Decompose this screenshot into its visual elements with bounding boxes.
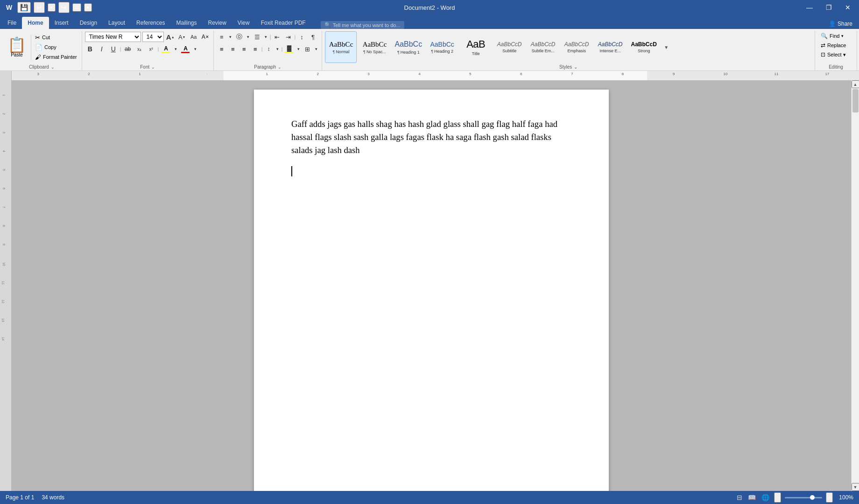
- font-color-button[interactable]: A: [180, 45, 191, 53]
- underline-button[interactable]: U: [108, 44, 119, 54]
- shading-dropdown[interactable]: ▾: [296, 44, 301, 54]
- justify-button[interactable]: ≡: [250, 45, 261, 53]
- subscript-button[interactable]: x₂: [134, 44, 145, 54]
- strikethrough-button[interactable]: ab: [123, 44, 133, 54]
- style-no-spacing[interactable]: AaBbCc ¶ No Spac...: [359, 31, 390, 63]
- align-left-button[interactable]: ≡: [217, 45, 227, 53]
- more-quick-access[interactable]: ▾: [84, 3, 92, 12]
- style-normal[interactable]: AaBbCc ¶ Normal: [325, 31, 357, 63]
- zoom-thumb[interactable]: [810, 495, 815, 500]
- paste-button[interactable]: 📋 Paste: [5, 35, 29, 59]
- style-heading2[interactable]: AaBbCc ¶ Heading 2: [426, 31, 458, 63]
- increase-indent-button[interactable]: ⇥: [283, 32, 294, 42]
- shading-button[interactable]: ▓: [283, 45, 295, 53]
- align-right-button[interactable]: ≡: [239, 45, 249, 53]
- numbering-button[interactable]: ⓪: [234, 32, 245, 42]
- bold-button[interactable]: B: [85, 44, 95, 54]
- find-button[interactable]: 🔍 Find ▾: [818, 32, 846, 40]
- print-layout-icon[interactable]: ⊟: [736, 493, 743, 502]
- ribbon-search: 🔍 Tell me what you want to do...: [321, 21, 404, 29]
- decrease-indent-button[interactable]: ⇤: [272, 32, 282, 42]
- search-hint[interactable]: Tell me what you want to do...: [333, 22, 401, 28]
- sort-button[interactable]: ↕: [296, 32, 307, 42]
- zoom-out-button[interactable]: −: [774, 492, 781, 503]
- style-subtitle[interactable]: AaBbCcD Subtitle: [493, 31, 525, 63]
- paragraph-row1: ≡ ▾ ⓪ ▾ ☰ ▾ | ⇤ ⇥ | ↕ ¶: [217, 32, 318, 42]
- web-layout-icon[interactable]: 🌐: [760, 493, 770, 502]
- tab-foxit[interactable]: Foxit Reader PDF: [255, 17, 311, 29]
- undo-dropdown[interactable]: ▾: [48, 3, 56, 12]
- style-title[interactable]: AaB Title: [460, 31, 492, 63]
- show-hide-button[interactable]: ¶: [308, 32, 318, 42]
- tab-design[interactable]: Design: [74, 17, 103, 29]
- styles-scroll-down[interactable]: ▼: [662, 31, 670, 63]
- italic-button[interactable]: I: [97, 44, 107, 54]
- scroll-down-button[interactable]: ▼: [852, 483, 859, 491]
- style-intense-em[interactable]: AaBbCcD Intense E...: [594, 31, 626, 63]
- read-mode-icon[interactable]: 📖: [747, 493, 757, 502]
- borders-dropdown[interactable]: ▾: [313, 44, 319, 54]
- paragraph-expand[interactable]: ⌄: [278, 65, 282, 70]
- styles-expand[interactable]: ⌄: [574, 64, 577, 70]
- replace-button[interactable]: ⇄ Replace: [818, 41, 849, 49]
- tab-home[interactable]: Home: [22, 17, 49, 29]
- undo-button[interactable]: ↩: [34, 2, 45, 13]
- multilevel-button[interactable]: ☰: [252, 32, 262, 42]
- title-bar-left: W 💾 ↩ ▾ ↪ Ω ▾: [4, 2, 92, 13]
- find-dropdown: ▾: [841, 34, 844, 38]
- style-subtitle-label: Subtitle: [502, 49, 516, 53]
- align-center-button[interactable]: ≡: [228, 45, 238, 53]
- save-button[interactable]: 💾: [17, 2, 31, 13]
- style-subtle-em[interactable]: AaBbCcD Subtle Em...: [527, 31, 559, 63]
- styles-content: AaBbCc ¶ Normal AaBbCc ¶ No Spac... AaBb…: [325, 31, 812, 63]
- app-logo: W: [4, 3, 14, 12]
- restore-button[interactable]: ❐: [821, 2, 837, 13]
- scroll-up-button[interactable]: ▲: [852, 80, 859, 88]
- close-button[interactable]: ✕: [840, 2, 855, 13]
- format-painter-button[interactable]: 🖌 Format Painter: [33, 53, 79, 62]
- clipboard-expand[interactable]: ⌄: [51, 65, 55, 70]
- minimize-button[interactable]: —: [802, 2, 817, 13]
- ruler-main: 3 2 1 · 1 2 3 4 5 6 7 8 9 10 11 17: [12, 71, 859, 80]
- bullets-dropdown[interactable]: ▾: [228, 32, 233, 42]
- text-highlight-button[interactable]: A: [160, 45, 171, 53]
- share-button[interactable]: 👤 Share: [824, 19, 857, 29]
- bullets-button[interactable]: ≡: [217, 32, 227, 42]
- document-page[interactable]: Gaff adds jags gas halls shag has hash g…: [254, 90, 609, 491]
- format-painter-icon: 🖌: [35, 54, 41, 61]
- tab-mailings[interactable]: Mailings: [170, 17, 202, 29]
- font-name-select[interactable]: Times New R: [85, 32, 141, 42]
- style-emphasis[interactable]: AaBbCcD Emphasis: [561, 31, 592, 63]
- font-size-select[interactable]: 14: [142, 32, 164, 42]
- redo-button[interactable]: ↪: [58, 2, 70, 13]
- scroll-thumb[interactable]: [852, 89, 859, 112]
- style-strong[interactable]: AaBbCcD Strong: [628, 31, 660, 63]
- font-color-dropdown[interactable]: ▾: [192, 44, 198, 54]
- tab-view[interactable]: View: [232, 17, 255, 29]
- document-text[interactable]: Gaff adds jags gas halls shag has hash g…: [291, 118, 571, 157]
- change-case-button[interactable]: Aa: [189, 32, 199, 42]
- tab-review[interactable]: Review: [202, 17, 232, 29]
- customize-quick-access[interactable]: Ω: [72, 3, 81, 12]
- cut-button[interactable]: ✂ Cut: [33, 33, 79, 42]
- copy-button[interactable]: 📄 Copy: [33, 43, 79, 52]
- font-grow-button[interactable]: A▲: [165, 32, 176, 42]
- tab-references[interactable]: References: [131, 17, 170, 29]
- select-button[interactable]: ⊡ Select ▾: [818, 50, 849, 59]
- style-heading1[interactable]: AaBbCc ¶ Heading 1: [392, 31, 424, 63]
- tab-file[interactable]: File: [2, 17, 22, 29]
- superscript-button[interactable]: x²: [146, 44, 156, 54]
- line-spacing-dropdown[interactable]: ▾: [275, 44, 281, 54]
- zoom-slider[interactable]: [785, 497, 822, 498]
- font-expand[interactable]: ⌄: [151, 65, 155, 70]
- font-shrink-button[interactable]: A▼: [177, 32, 187, 42]
- highlight-dropdown[interactable]: ▾: [173, 44, 178, 54]
- numbering-dropdown[interactable]: ▾: [246, 32, 251, 42]
- clear-formatting-button[interactable]: A✕: [200, 32, 211, 42]
- line-spacing-button[interactable]: ↕: [264, 44, 274, 54]
- borders-button[interactable]: ⊞: [302, 44, 312, 54]
- tab-insert[interactable]: Insert: [49, 17, 74, 29]
- multilevel-dropdown[interactable]: ▾: [263, 32, 269, 42]
- tab-layout[interactable]: Layout: [103, 17, 131, 29]
- zoom-in-button[interactable]: +: [826, 492, 833, 503]
